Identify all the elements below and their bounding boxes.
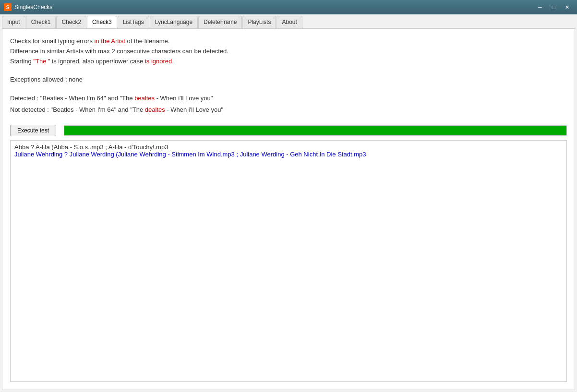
tab-playlists[interactable]: PlayLists <box>242 16 276 28</box>
not-detected-example: Not detected : "Beatles - When I'm 64" a… <box>10 104 567 115</box>
tab-delete-frame[interactable]: DeleteFrame <box>198 16 242 28</box>
controls-row: Execute test <box>10 125 567 136</box>
detected-example: Detected : "Beatles - When I'm 64" and "… <box>10 93 567 104</box>
close-button[interactable]: ✕ <box>561 2 573 12</box>
tab-check1[interactable]: Check1 <box>26 16 56 28</box>
detected-pre: Detected : "Beatles - When I'm 64" and "… <box>10 95 134 102</box>
desc-line1-pre: Checks for small typing errors <box>10 37 95 45</box>
main-window: Input Check1 Check2 Check3 ListTags Lyri… <box>0 14 577 392</box>
title-bar-left: S SinglesChecks <box>4 3 52 11</box>
desc-line3-mid: is ignored, also upper/lower case <box>50 58 145 65</box>
detected-post: - When i'll Love you" <box>155 95 213 102</box>
tab-lyric-language[interactable]: LyricLanguage <box>150 16 198 28</box>
minimize-button[interactable]: ─ <box>534 2 546 12</box>
results-area: Abba ? A-Ha (Abba - S.o.s..mp3 ; A-Ha - … <box>10 140 567 382</box>
tab-about[interactable]: About <box>276 16 302 28</box>
desc-line2: Difference in similar Artists with max 2… <box>10 47 567 57</box>
tab-bar: Input Check1 Check2 Check3 ListTags Lyri… <box>0 14 577 28</box>
title-bar: S SinglesChecks ─ □ ✕ <box>0 0 577 14</box>
not-detected-typo: dealtes <box>145 106 165 113</box>
desc-line3: Starting "The " is ignored, also upper/l… <box>10 57 567 67</box>
app-icon: S <box>4 3 12 11</box>
not-detected-pre: Not detected : "Beatles - When I'm 64" a… <box>10 106 145 113</box>
not-detected-post: - When i'll Love you" <box>165 106 223 113</box>
description-block: Checks for small typing errors in the Ar… <box>10 36 567 66</box>
tab-list-tags[interactable]: ListTags <box>118 16 149 28</box>
desc-line3-ignored: is ignored <box>145 58 172 65</box>
tab-check3[interactable]: Check3 <box>87 16 117 28</box>
maximize-button[interactable]: □ <box>547 2 560 12</box>
desc-line3-dot: . <box>172 58 174 65</box>
result-line-1: Abba ? A-Ha (Abba - S.o.s..mp3 ; A-Ha - … <box>14 143 563 151</box>
progress-bar-fill <box>64 126 566 135</box>
execute-test-button[interactable]: Execute test <box>10 125 56 136</box>
result-line-2: Juliane Wehrding ? Juliane Werding (Juli… <box>14 151 563 158</box>
result-line2-text: Juliane Wehrding ? Juliane Werding (Juli… <box>14 151 366 158</box>
result-line1-text: Abba ? A-Ha (Abba - S.o.s..mp3 ; A-Ha - … <box>14 143 168 151</box>
progress-bar-container <box>64 125 567 136</box>
exceptions-section: Exceptions allowed : none <box>10 76 567 83</box>
tab-input[interactable]: Input <box>2 16 25 28</box>
examples-section: Detected : "Beatles - When I'm 64" and "… <box>10 93 567 115</box>
detected-typo: bealtes <box>134 95 155 102</box>
desc-line1: Checks for small typing errors in the Ar… <box>10 36 567 47</box>
tab-check2[interactable]: Check2 <box>56 16 86 28</box>
desc-line3-pre: Starting <box>10 58 33 65</box>
content-area: Checks for small typing errors in the Ar… <box>2 28 575 390</box>
desc-line1-post: of the filename. <box>125 37 170 45</box>
app-title: SinglesChecks <box>14 4 52 11</box>
title-bar-controls: ─ □ ✕ <box>534 2 573 12</box>
desc-line3-the: "The " <box>33 58 50 65</box>
exceptions-label: Exceptions allowed : none <box>10 76 83 83</box>
desc-line1-highlight: in the Artist <box>95 37 125 45</box>
